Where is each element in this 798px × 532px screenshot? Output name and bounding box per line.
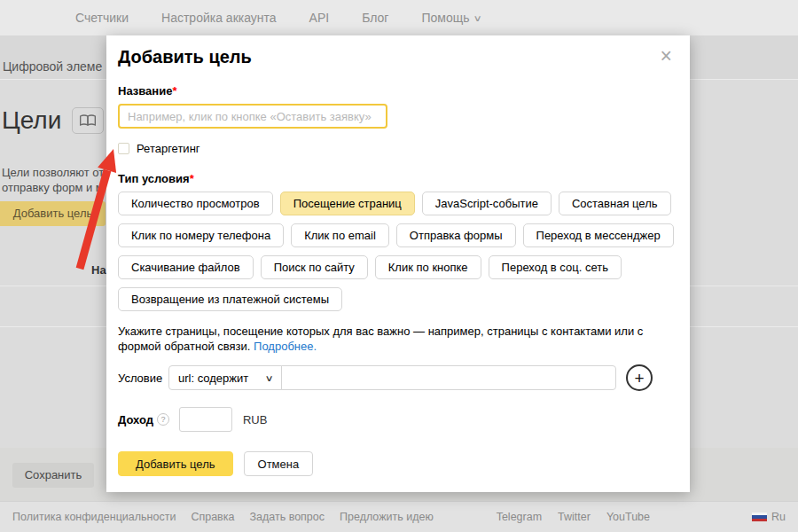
submit-add-goal-button[interactable]: Добавить цель	[118, 451, 233, 476]
nav-item-api[interactable]: API	[309, 11, 330, 25]
goals-description-line1: Цели позволяют от	[2, 166, 104, 179]
close-icon[interactable]: ×	[661, 46, 672, 66]
condition-type-row-1: Количество просмотров Посещение страниц …	[118, 192, 672, 215]
nav-help-label: Помощь	[421, 11, 469, 25]
chevron-down-icon: ∨	[264, 373, 273, 383]
pages-hint: Укажите страницы, посещение которых для …	[118, 324, 687, 354]
nav-item-account-settings[interactable]: Настройка аккаунта	[161, 11, 277, 25]
pages-hint-text: Укажите страницы, посещение которых для …	[118, 325, 643, 353]
chip-page-visit[interactable]: Посещение страниц	[280, 192, 415, 215]
income-row: Доход ? RUB	[118, 407, 672, 432]
chip-composite-goal[interactable]: Составная цель	[559, 192, 671, 215]
chip-social-network[interactable]: Переход в соц. сеть	[489, 255, 622, 279]
footer-link-youtube[interactable]: YouTube	[606, 511, 650, 523]
more-details-link[interactable]: Подробнее.	[254, 340, 317, 353]
nav-item-blog[interactable]: Блог	[362, 11, 388, 25]
url-operator-select[interactable]: url: содержит ∨	[168, 365, 282, 390]
goal-name-input[interactable]	[118, 104, 387, 129]
footer-link-privacy[interactable]: Политика конфиденциальности	[12, 511, 176, 523]
save-button[interactable]: Сохранить	[12, 463, 94, 488]
income-input[interactable]	[179, 407, 232, 432]
chip-form-submit[interactable]: Отправка формы	[396, 223, 516, 247]
chip-payment-return[interactable]: Возвращение из платежной системы	[118, 287, 342, 311]
nav-item-help[interactable]: Помощь ∨	[421, 11, 480, 25]
footer-link-twitter[interactable]: Twitter	[558, 511, 591, 523]
cancel-button[interactable]: Отмена	[244, 451, 314, 476]
condition-type-row-3: Скачивание файлов Поиск по сайту Клик по…	[118, 255, 672, 279]
modal-title: Добавить цель	[118, 47, 672, 67]
chip-phone-click[interactable]: Клик по номеру телефона	[118, 223, 284, 247]
chevron-down-icon: ∨	[473, 13, 481, 23]
goals-table-header: На	[91, 263, 106, 277]
page-title-row: Цели	[2, 106, 104, 135]
footer-link-telegram[interactable]: Telegram	[497, 511, 542, 523]
retargeting-label: Ретаргетинг	[137, 142, 200, 155]
url-operator-value: url: содержит	[178, 372, 248, 385]
page-title: Цели	[2, 106, 61, 135]
top-navigation: Счетчики Настройка аккаунта API Блог Пом…	[0, 0, 798, 35]
page: Счетчики Настройка аккаунта API Блог Пом…	[0, 0, 798, 532]
required-asterisk: *	[172, 84, 176, 98]
chip-pageview-count[interactable]: Количество просмотров	[118, 192, 273, 215]
condition-label: Условие	[118, 372, 168, 385]
language-label: Ru	[771, 511, 786, 523]
footer: Политика конфиденциальности Справка Зада…	[0, 501, 798, 532]
currency-label: RUB	[243, 413, 267, 426]
name-field-label: Название*	[118, 84, 672, 98]
condition-value-input[interactable]	[281, 365, 616, 390]
condition-type-label: Тип условия*	[118, 172, 672, 185]
chip-file-download[interactable]: Скачивание файлов	[118, 255, 254, 279]
chip-javascript-event[interactable]: JavaScript-событие	[422, 192, 552, 215]
footer-link-suggest-idea[interactable]: Предложить идею	[340, 511, 434, 523]
breadcrumb: Цифровой элеме	[3, 59, 102, 74]
book-icon	[79, 114, 97, 127]
income-label: Доход	[118, 413, 153, 426]
docs-book-button[interactable]	[72, 107, 104, 134]
chip-button-click[interactable]: Клик по кнопке	[375, 255, 481, 279]
modal-actions: Добавить цель Отмена	[118, 451, 672, 476]
condition-type-label-text: Тип условия	[118, 172, 190, 185]
retargeting-checkbox[interactable]	[118, 143, 129, 154]
add-goal-modal: Добавить цель × Название* Ретаргетинг Ти…	[106, 35, 690, 492]
condition-row: Условие url: содержит ∨ +	[118, 364, 672, 391]
condition-type-row-4: Возвращение из платежной системы	[118, 287, 672, 311]
footer-link-help[interactable]: Справка	[191, 511, 234, 523]
condition-type-row-2: Клик по номеру телефона Клик по email От…	[118, 223, 672, 247]
nav-item-counters[interactable]: Счетчики	[75, 11, 129, 25]
chip-email-click[interactable]: Клик по email	[291, 223, 389, 247]
name-label-text: Название	[118, 84, 172, 98]
chip-site-search[interactable]: Поиск по сайту	[261, 255, 368, 279]
required-asterisk: *	[190, 172, 194, 185]
chip-messenger[interactable]: Переход в мессенджер	[523, 223, 674, 247]
goals-description-line2: отправку форм и м	[2, 181, 104, 194]
add-condition-button[interactable]: +	[626, 364, 653, 391]
help-icon[interactable]: ?	[157, 413, 169, 426]
background-add-goal-button[interactable]: Добавить цель	[0, 201, 106, 226]
footer-link-ask-question[interactable]: Задать вопрос	[249, 511, 325, 523]
russian-flag-icon	[752, 512, 767, 522]
language-selector[interactable]: Ru	[752, 511, 786, 523]
